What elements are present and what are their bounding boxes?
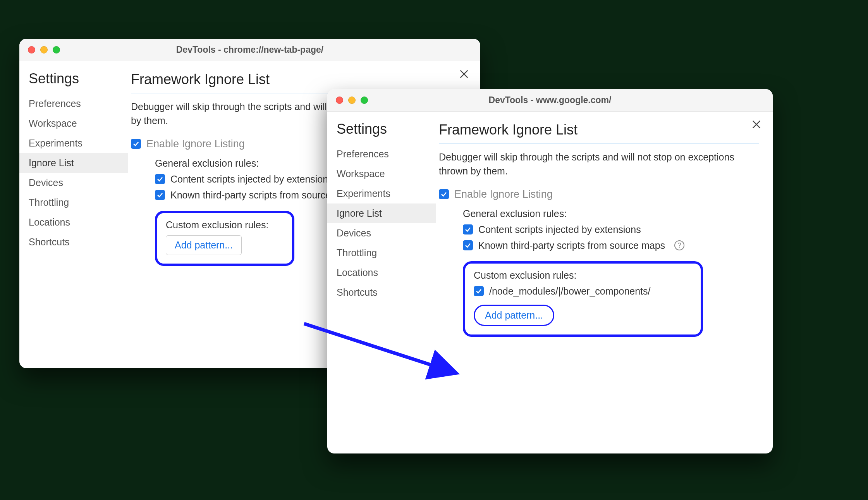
maximize-window-icon[interactable] bbox=[53, 46, 60, 53]
custom-pattern-checkbox[interactable] bbox=[474, 286, 484, 296]
maximize-window-icon[interactable] bbox=[361, 97, 368, 104]
rule-content-scripts-row: Content scripts injected by extensions bbox=[463, 224, 759, 235]
sidebar-item-shortcuts[interactable]: Shortcuts bbox=[19, 232, 128, 252]
traffic-lights bbox=[327, 97, 368, 104]
titlebar: DevTools - www.google.com/ bbox=[327, 89, 773, 112]
page-title: Framework Ignore List bbox=[439, 122, 759, 144]
sidebar-item-preferences[interactable]: Preferences bbox=[327, 144, 436, 164]
window-title: DevTools - www.google.com/ bbox=[327, 95, 773, 105]
devtools-window-2: DevTools - www.google.com/ Settings Pref… bbox=[327, 89, 773, 453]
sidebar-item-devices[interactable]: Devices bbox=[327, 223, 436, 243]
close-settings-button[interactable] bbox=[751, 119, 762, 132]
sidebar-item-locations[interactable]: Locations bbox=[327, 263, 436, 283]
close-window-icon[interactable] bbox=[336, 97, 343, 104]
settings-sidebar: Settings Preferences Workspace Experimen… bbox=[19, 61, 128, 368]
sidebar-item-ignore-list[interactable]: Ignore List bbox=[19, 153, 128, 173]
general-rules-heading: General exclusion rules: bbox=[463, 208, 759, 219]
titlebar: DevTools - chrome://new-tab-page/ bbox=[19, 39, 480, 61]
rule-content-scripts-checkbox[interactable] bbox=[155, 174, 165, 184]
sidebar-item-preferences[interactable]: Preferences bbox=[19, 94, 128, 114]
rule-content-scripts-label: Content scripts injected by extensions bbox=[170, 174, 333, 185]
rule-content-scripts-checkbox[interactable] bbox=[463, 224, 473, 234]
sidebar-item-locations[interactable]: Locations bbox=[19, 212, 128, 232]
close-window-icon[interactable] bbox=[28, 46, 35, 53]
enable-ignore-listing-row: Enable Ignore Listing bbox=[439, 188, 759, 200]
rule-third-party-checkbox[interactable] bbox=[155, 190, 165, 200]
minimize-window-icon[interactable] bbox=[40, 46, 48, 53]
sidebar-item-workspace[interactable]: Workspace bbox=[19, 114, 128, 133]
rule-content-scripts-label: Content scripts injected by extensions bbox=[478, 224, 641, 235]
sidebar-item-throttling[interactable]: Throttling bbox=[19, 193, 128, 212]
custom-rules-heading: Custom exclusion rules: bbox=[474, 270, 692, 281]
settings-content: Framework Ignore List Debugger will skip… bbox=[436, 112, 773, 453]
enable-ignore-listing-label: Enable Ignore Listing bbox=[146, 138, 245, 150]
enable-ignore-listing-label: Enable Ignore Listing bbox=[454, 188, 553, 200]
sidebar-item-experiments[interactable]: Experiments bbox=[19, 133, 128, 153]
close-settings-button[interactable] bbox=[459, 68, 469, 81]
settings-sidebar: Settings Preferences Workspace Experimen… bbox=[327, 112, 436, 453]
minimize-window-icon[interactable] bbox=[348, 97, 356, 104]
window-title: DevTools - chrome://new-tab-page/ bbox=[19, 45, 480, 55]
custom-rules-heading: Custom exclusion rules: bbox=[166, 219, 284, 231]
custom-pattern-label: /node_modules/|/bower_components/ bbox=[489, 286, 650, 297]
sidebar-item-devices[interactable]: Devices bbox=[19, 173, 128, 193]
help-icon[interactable]: ? bbox=[674, 240, 684, 250]
page-description: Debugger will skip through the scripts a… bbox=[439, 150, 759, 178]
add-pattern-button[interactable]: Add pattern... bbox=[166, 235, 242, 255]
sidebar-item-workspace[interactable]: Workspace bbox=[327, 164, 436, 184]
settings-heading: Settings bbox=[327, 121, 436, 144]
sidebar-item-experiments[interactable]: Experiments bbox=[327, 184, 436, 203]
custom-pattern-row: /node_modules/|/bower_components/ bbox=[474, 286, 692, 297]
add-pattern-button[interactable]: Add pattern... bbox=[474, 305, 554, 326]
sidebar-item-shortcuts[interactable]: Shortcuts bbox=[327, 283, 436, 302]
traffic-lights bbox=[19, 46, 60, 53]
rule-third-party-checkbox[interactable] bbox=[463, 240, 473, 250]
custom-rules-callout: Custom exclusion rules: /node_modules/|/… bbox=[463, 261, 703, 337]
settings-heading: Settings bbox=[19, 71, 128, 94]
rule-third-party-label: Known third-party scripts from source ma… bbox=[478, 240, 665, 251]
enable-ignore-listing-checkbox[interactable] bbox=[131, 139, 141, 149]
rule-third-party-row: Known third-party scripts from source ma… bbox=[463, 240, 759, 251]
enable-ignore-listing-checkbox[interactable] bbox=[439, 189, 449, 199]
custom-rules-callout: Custom exclusion rules: Add pattern... bbox=[155, 211, 294, 266]
sidebar-item-throttling[interactable]: Throttling bbox=[327, 243, 436, 263]
sidebar-item-ignore-list[interactable]: Ignore List bbox=[327, 203, 436, 223]
